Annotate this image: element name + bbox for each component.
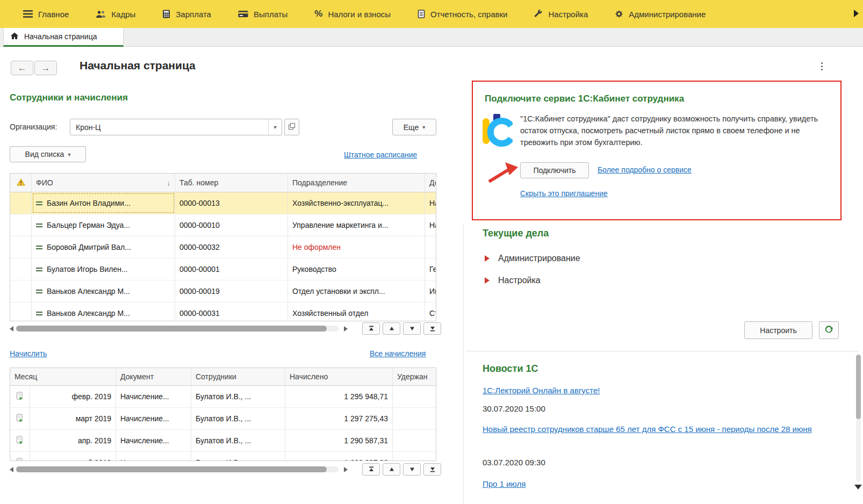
employees-nav-buttons xyxy=(362,322,441,335)
accrual-document-icon xyxy=(16,436,24,446)
employee-state-icon xyxy=(36,246,42,247)
more-button[interactable]: Еще ▾ xyxy=(392,119,436,135)
table-row[interactable]: Боровой Дмитрий Вал... 0000-00032 Не офо… xyxy=(10,236,436,258)
todo-item-label: Настройка xyxy=(498,276,541,285)
news-vscrollbar[interactable] xyxy=(856,355,861,481)
menu-scroll-right-icon[interactable] xyxy=(854,10,859,17)
table-row[interactable]: февр. 2019 Начисление... Булатов И.В., .… xyxy=(10,386,436,408)
table-row[interactable]: апр. 2019 Начисление... Булатов И.В., ..… xyxy=(10,430,436,452)
bullet-triangle-icon xyxy=(485,255,490,262)
menu-item-nastroyka[interactable]: Настройка xyxy=(521,0,601,28)
connect-button[interactable]: Подключить xyxy=(520,162,589,178)
menu-item-kadry[interactable]: Кадры xyxy=(82,0,149,28)
accrual-employees: Булатов И.В., ... xyxy=(196,436,251,445)
go-last-button[interactable] xyxy=(423,463,441,476)
go-up-button[interactable] xyxy=(383,322,400,335)
news-link[interactable]: Про 1 июля xyxy=(483,478,526,490)
header-tab-number[interactable]: Таб. номер xyxy=(175,174,288,192)
menu-item-vyplaty[interactable]: Выплаты xyxy=(225,0,301,28)
todo-section-title: Текущие дела xyxy=(483,228,549,239)
menu-item-administrirovanie[interactable]: Администрирование xyxy=(601,0,719,28)
employee-position-cell: Ин xyxy=(425,280,436,302)
warning-column-header[interactable] xyxy=(10,174,32,192)
table-row[interactable]: Бальцер Герман Эдуа... 0000-00010 Управл… xyxy=(10,214,436,236)
wrench-icon xyxy=(534,10,543,18)
todo-item-nastroyka[interactable]: Настройка xyxy=(485,276,541,285)
employee-number-cell: 0000-00019 xyxy=(175,280,288,302)
hide-invitation-link[interactable]: Скрыть это приглашение xyxy=(520,189,608,198)
table-row[interactable]: Ваньков Александр М... 0000-00031 Хозяйс… xyxy=(10,303,436,321)
panel-divider xyxy=(463,223,464,504)
history-back-button[interactable]: ← xyxy=(11,61,33,75)
hamburger-icon xyxy=(23,10,33,18)
news-link[interactable]: Новый реестр сотрудников старше 65 лет д… xyxy=(483,423,852,435)
menu-item-otchetnost[interactable]: Отчетность, справки xyxy=(404,0,521,28)
todo-item-administrirovanie[interactable]: Администрирование xyxy=(485,254,580,263)
organization-combobox[interactable]: Крон-Ц ▾ xyxy=(70,119,282,135)
menu-item-zarplata[interactable]: Зарплата xyxy=(149,0,225,28)
table-row[interactable]: март 2019 Начисление... Булатов И.В., ..… xyxy=(10,408,436,430)
staffing-schedule-link[interactable]: Штатное расписание xyxy=(344,150,417,159)
go-down-button[interactable] xyxy=(403,463,421,476)
tab-home[interactable]: Начальная страница xyxy=(3,28,124,47)
view-list-button[interactable]: Вид списка ▾ xyxy=(10,146,86,162)
employee-department: Отдел установки и экспл... xyxy=(292,287,385,296)
refresh-button[interactable] xyxy=(819,321,839,339)
go-up-button[interactable] xyxy=(383,463,400,476)
accruals-hscrollbar[interactable] xyxy=(16,466,339,472)
header-fio[interactable]: ФИО ↓ xyxy=(32,174,175,192)
employees-table-header: ФИО ↓ Таб. номер Подразделение До xyxy=(10,174,436,192)
header-month[interactable]: Месяц xyxy=(10,368,116,385)
scrollbar-thumb[interactable] xyxy=(856,355,861,419)
organization-choose-button[interactable] xyxy=(284,119,299,135)
bullet-triangle-icon xyxy=(485,277,490,284)
table-row[interactable]: Базин Антон Владими... 0000-00013 Хозяйс… xyxy=(10,192,436,214)
employee-name-cell: Боровой Дмитрий Вал... xyxy=(32,236,175,258)
employee-department-cell: Хозяйственно-эксплуатац... xyxy=(288,192,425,214)
header-month-label: Месяц xyxy=(15,372,37,381)
accrue-link[interactable]: Начислить xyxy=(10,349,47,358)
service-details-link[interactable]: Более подробно о сервисе xyxy=(598,165,692,174)
page-title: Начальная страница xyxy=(80,59,196,72)
employee-department: Руководство xyxy=(292,265,336,273)
accrual-document: Начисление... xyxy=(120,414,169,423)
accrual-month: февр. 2019 xyxy=(72,392,111,401)
header-employees[interactable]: Сотрудники xyxy=(191,368,285,385)
go-first-button[interactable] xyxy=(362,322,380,335)
all-accruals-link[interactable]: Все начисления xyxy=(370,349,426,358)
scroll-right-icon[interactable] xyxy=(344,467,348,472)
scroll-left-icon[interactable] xyxy=(10,467,13,472)
menu-item-main[interactable]: Главное xyxy=(10,0,82,28)
scroll-left-icon[interactable] xyxy=(10,326,13,332)
table-row[interactable]: Булатов Игорь Вилен... 0000-00001 Руково… xyxy=(10,258,436,280)
header-department[interactable]: Подразделение xyxy=(288,174,425,192)
scrollbar-thumb[interactable] xyxy=(16,326,327,332)
employee-department: Хозяйственный отдел xyxy=(292,309,368,318)
header-withheld[interactable]: Удержан xyxy=(393,368,436,385)
combobox-dropdown-button[interactable]: ▾ xyxy=(268,119,282,135)
go-first-button[interactable] xyxy=(362,463,380,476)
header-position[interactable]: До xyxy=(425,174,436,192)
go-last-button[interactable] xyxy=(423,322,441,335)
employees-hscrollbar[interactable] xyxy=(16,326,339,332)
accrual-amount: 1 297 275,43 xyxy=(344,414,388,423)
people-icon xyxy=(96,10,106,18)
scroll-down-icon[interactable] xyxy=(854,485,862,489)
news-link[interactable]: 1С:Лекторий Онлайн в августе! xyxy=(483,385,600,397)
menu-item-nalogi[interactable]: % Налоги и взносы xyxy=(301,0,404,28)
page-menu-button[interactable] xyxy=(817,61,826,74)
employee-name-cell: Бальцер Герман Эдуа... xyxy=(32,214,175,236)
go-down-button[interactable] xyxy=(403,322,421,335)
scroll-right-icon[interactable] xyxy=(344,326,348,332)
employee-position: На xyxy=(429,221,436,229)
table-row[interactable]: Ваньков Александр М... 0000-00019 Отдел … xyxy=(10,280,436,303)
header-accrued[interactable]: Начислено xyxy=(285,368,393,385)
configure-button[interactable]: Настроить xyxy=(744,321,812,339)
menu-item-label: Главное xyxy=(38,10,69,19)
header-document[interactable]: Документ xyxy=(116,368,191,385)
table-row[interactable]: май 2019 Начисление... Булатов И.В... 1 … xyxy=(10,452,436,461)
employee-name-cell: Ваньков Александр М... xyxy=(32,280,175,302)
scrollbar-thumb[interactable] xyxy=(16,466,327,472)
employee-position-cell: Ст xyxy=(425,303,436,321)
history-forward-button[interactable]: → xyxy=(34,61,57,75)
